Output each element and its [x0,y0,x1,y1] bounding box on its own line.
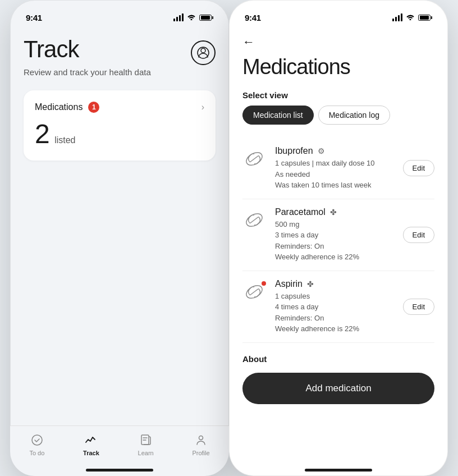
profile-icon-circle[interactable] [191,40,216,65]
card-count-row: 2 listed [35,118,204,149]
tab-medication-log[interactable]: Medication log [318,106,390,125]
paracetamol-info: 500 mg 3 times a day Reminders: On Weekl… [275,219,395,263]
phone-left: 9:41 Track [10,0,229,476]
ibuprofen-details: Ibuprofen ⚙ 1 capsules | max daily dose … [275,146,395,191]
aspirin-alert-dot [260,280,267,287]
time-right: 9:41 [245,13,261,22]
chevron-right-icon: › [201,102,204,112]
medication-item-paracetamol: Paracetamol ✤ 500 mg 3 times a day Remin… [242,199,434,271]
battery-icon-right [418,15,432,21]
status-icons-left [173,13,213,22]
battery-icon [199,15,213,21]
aspirin-info-icon: ✤ [307,280,314,289]
home-indicator [86,469,153,472]
ibuprofen-edit-button[interactable]: Edit [403,160,434,176]
phone1-header: Track [24,36,216,65]
medications-card[interactable]: Medications 1 › 2 listed [24,90,216,161]
status-bar-left: 9:41 [10,0,229,27]
ibuprofen-info-icon: ⚙ [318,147,325,155]
about-label: About [242,354,434,364]
todo-label: To do [29,450,44,456]
medications-page-title: Medications [242,55,434,79]
aspirin-name: Aspirin [275,279,303,289]
track-subtitle: Review and track your health data [24,67,216,77]
wifi-icon-right [406,13,415,22]
paracetamol-icon-wrap [242,208,267,233]
paracetamol-info-icon: ✤ [330,208,337,217]
phone1-main: Track Review and track your health data … [10,36,229,161]
signal-icon-right [392,13,402,21]
svg-point-2 [32,435,42,445]
todo-icon [30,433,44,447]
nav-item-track[interactable]: Track [83,433,99,456]
home-indicator-right [305,469,372,472]
phone2-main: ← Medications Select view Medication lis… [229,27,448,425]
medication-item-ibuprofen: Ibuprofen ⚙ 1 capsules | max daily dose … [242,138,434,199]
ibuprofen-name-row: Ibuprofen ⚙ [275,146,395,156]
profile-nav-icon [194,433,208,447]
profile-label: Profile [192,450,209,456]
back-button[interactable]: ← [242,33,255,52]
capsule-icon-ibuprofen [242,147,266,171]
svg-line-8 [250,217,258,223]
track-label: Track [83,450,99,456]
about-section: About [242,354,434,364]
back-arrow-icon: ← [242,35,255,49]
nav-item-learn[interactable]: Learn [138,433,154,456]
paracetamol-name: Paracetamol [275,207,326,217]
learn-icon [139,433,153,447]
nav-item-todo[interactable]: To do [29,433,44,456]
card-header-row: Medications 1 › [35,102,204,113]
ibuprofen-icon-wrap [242,147,267,172]
track-title: Track [24,36,79,63]
time-left: 9:41 [26,13,42,22]
phone-right: 9:41 ← Medications [229,0,448,476]
capsule-icon-paracetamol [242,208,266,232]
medication-item-aspirin: Aspirin ✤ 1 capsules 4 times a day Remin… [242,271,434,343]
nav-item-profile[interactable]: Profile [192,433,209,456]
svg-line-10 [250,289,258,295]
tab-medication-list[interactable]: Medication list [242,106,314,125]
view-toggle-group: Medication list Medication log [242,106,434,125]
aspirin-info: 1 capsules 4 times a day Reminders: On W… [275,291,395,335]
medications-card-label: Medications [35,102,83,112]
aspirin-edit-button[interactable]: Edit [403,299,434,315]
paracetamol-edit-button[interactable]: Edit [403,227,434,243]
paracetamol-name-row: Paracetamol ✤ [275,207,395,217]
medications-count: 2 [35,119,49,149]
svg-point-4 [199,436,203,440]
medications-count-label: listed [54,135,75,145]
aspirin-details: Aspirin ✤ 1 capsules 4 times a day Remin… [275,279,395,335]
learn-label: Learn [138,450,154,456]
add-medication-button[interactable]: Add medication [242,373,434,404]
status-bar-right: 9:41 [229,0,448,27]
paracetamol-details: Paracetamol ✤ 500 mg 3 times a day Remin… [275,207,395,263]
aspirin-icon-wrap [242,280,267,305]
select-view-label: Select view [242,90,434,100]
ibuprofen-info: 1 capsules | max daily dose 10 As needed… [275,158,395,191]
status-icons-right [392,13,432,22]
track-icon [84,433,98,447]
ibuprofen-name: Ibuprofen [275,146,313,156]
aspirin-name-row: Aspirin ✤ [275,279,395,289]
card-row-left: Medications 1 [35,102,99,113]
svg-line-6 [250,155,258,162]
medications-badge: 1 [88,102,99,113]
svg-point-0 [201,48,205,53]
wifi-icon [187,13,196,22]
signal-icon [173,13,184,21]
avatar-icon [196,46,210,60]
